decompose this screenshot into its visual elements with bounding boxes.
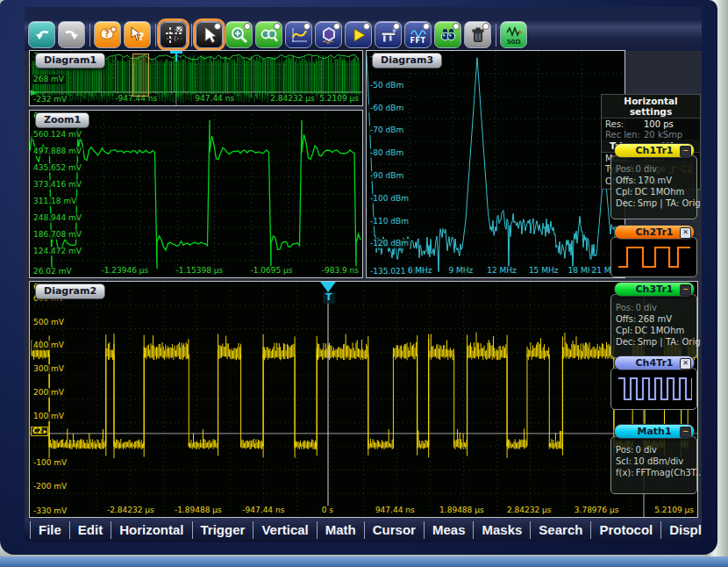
ch1-signal-tab[interactable]: Ch1Tr1− (614, 143, 695, 158)
screen-bezel: ? ? (0, 0, 717, 555)
axis-label: 1.89488 µs (438, 506, 486, 515)
math1-pos-label: Pos: (616, 444, 633, 456)
channel3-level-marker[interactable] (31, 88, 37, 97)
axis-label: 5.2109 µs (318, 94, 360, 104)
help-button[interactable]: ? (94, 21, 121, 48)
math1-pos-value: 0 div (635, 444, 657, 456)
bezel-blue-strip (0, 556, 728, 567)
axis-label: 5.2109 µs (653, 506, 696, 515)
zoom1-tab[interactable]: Zoom1 (35, 112, 89, 128)
close-icon[interactable]: ✕ (680, 358, 691, 370)
axis-label: 12 MHz (485, 266, 518, 276)
grid-icon (164, 25, 183, 45)
diagram2[interactable]: T C2 Diagram2 670 mV600 mV500 mV400 mV30… (29, 281, 698, 518)
ch4-title: Ch4Tr1 (636, 357, 674, 369)
diagram2-waveform (30, 282, 697, 517)
fft-label: FFT (405, 37, 431, 45)
axis-label: 268 mV (32, 75, 66, 84)
waveform-axes-icon (289, 25, 309, 45)
zoom1-diagram[interactable]: Zoom1 648.28 mV560.124 mV497.888 mV435.6… (29, 110, 363, 278)
menu-trigger[interactable]: Trigger (193, 521, 254, 539)
axis-label: -110 dBm (368, 217, 410, 226)
axis-label: 2.84232 µs (505, 506, 553, 515)
delete-button[interactable] (464, 21, 491, 48)
context-help-button[interactable]: ? (124, 21, 151, 48)
menu-search[interactable]: Search (531, 521, 591, 539)
axis-label: 400 mV (32, 341, 66, 350)
binoculars-icon (439, 25, 458, 45)
menu-protocol[interactable]: Protocol (591, 521, 661, 539)
axis-label: -80 dBm (368, 148, 405, 158)
trigger-marker-label: T (323, 291, 335, 304)
waveform-setup-button[interactable] (285, 21, 312, 48)
svg-text:?: ? (138, 31, 144, 43)
ch1-offs-label: Offs: (616, 175, 636, 186)
grid-annotation-button[interactable] (160, 21, 187, 48)
menu-display[interactable]: Display (661, 521, 702, 539)
axis-label: 500 mV (32, 318, 66, 327)
axis-label: 26.02 mV (32, 267, 74, 276)
minimize-icon[interactable]: − (680, 427, 691, 438)
axis-label: 200 mV (32, 388, 66, 398)
diagram2-tab[interactable]: Diagram2 (35, 284, 105, 299)
fft-button[interactable]: FFT (404, 21, 432, 48)
ch3-signal-tab[interactable]: Ch3Tr1− (614, 282, 695, 297)
res-value[interactable]: 100 ps (644, 119, 674, 129)
axis-label: 15 MHz (527, 266, 560, 276)
axis-label: -1.0695 µs (249, 266, 295, 276)
undo-button[interactable] (28, 21, 55, 48)
axis-label: 497.888 mV (32, 147, 83, 156)
reclen-value[interactable]: 20 kSmp (644, 130, 682, 140)
close-icon[interactable]: ✕ (680, 227, 691, 239)
diagram1-tab[interactable]: Diagram1 (35, 53, 105, 68)
ch3-title: Ch3Tr1 (636, 284, 674, 295)
menu-vertical[interactable]: Vertical (253, 521, 317, 539)
menu-edit[interactable]: Edit (70, 521, 111, 539)
run-control-button[interactable] (345, 21, 372, 48)
ch3-dec-label: Dec: (616, 336, 636, 348)
menu-meas[interactable]: Meas (425, 521, 475, 539)
axis-label: 248.944 mV (32, 213, 83, 223)
menu-masks[interactable]: Masks (474, 521, 531, 539)
zoom-region[interactable] (132, 54, 149, 97)
math1-signal-tab[interactable]: Math1− (614, 424, 695, 439)
zoom-button[interactable] (225, 21, 253, 48)
axis-label: -1.23946 µs (100, 266, 151, 276)
redo-button[interactable] (58, 21, 85, 48)
ch2-signal-tab[interactable]: Ch2Tr1✕ (614, 225, 695, 240)
math1-scl-value: 10 dBm/div (633, 456, 683, 467)
diagram1[interactable]: Diagram1 768 mV268 mV-232 mV-947.44 ns94… (29, 50, 363, 106)
measurement-button[interactable] (375, 21, 402, 48)
multi-zoom-button[interactable] (255, 21, 282, 48)
channel2-level-marker[interactable]: C2 (31, 427, 48, 436)
axis-label: -100 mV (32, 458, 68, 468)
mask-test-button[interactable] (315, 21, 342, 48)
ch4-signal-tab[interactable]: Ch4Tr1✕ (614, 355, 695, 370)
horizontal-settings-title: Horizontal settings (602, 95, 700, 118)
menu-cursor[interactable]: Cursor (365, 521, 425, 539)
axis-label: -983.9 ns (320, 266, 360, 276)
ch2-thumbnail-waveform (617, 240, 692, 274)
minimize-icon[interactable]: − (680, 284, 691, 296)
diagram3-tab[interactable]: Diagram3 (372, 53, 442, 68)
math1-fx-label: f(x): (616, 467, 634, 478)
probe-adjust-button[interactable]: 50Ω (500, 21, 527, 48)
select-pointer-button[interactable] (196, 21, 223, 48)
work-area: Diagram1 768 mV268 mV-232 mV-947.44 ns94… (25, 51, 702, 518)
search-button[interactable] (434, 21, 461, 48)
diagram3[interactable]: Diagram3 -35.021 dBm-50 dBm-60 dBm-70 dB… (366, 50, 625, 278)
res-label: Res: (605, 119, 644, 129)
menu-bar: File Edit Horizontal Trigger Vertical Ma… (25, 518, 702, 542)
menu-horizontal[interactable]: Horizontal (111, 521, 192, 539)
mask-hexagon-icon (319, 25, 339, 45)
ch3-pos-label: Pos: (616, 302, 633, 313)
ch4-signal-panel (610, 368, 697, 410)
menu-file[interactable]: File (30, 521, 70, 539)
double-magnifier-icon (260, 25, 279, 45)
axis-label: -1.89488 µs (173, 506, 224, 515)
menu-math[interactable]: Math (318, 521, 365, 539)
minimize-icon[interactable]: − (680, 146, 691, 157)
axis-label: -1.15398 µs (174, 266, 225, 276)
ch3-pos-value: 0 div (635, 302, 657, 313)
ch3-offs-label: Offs: (616, 313, 636, 325)
